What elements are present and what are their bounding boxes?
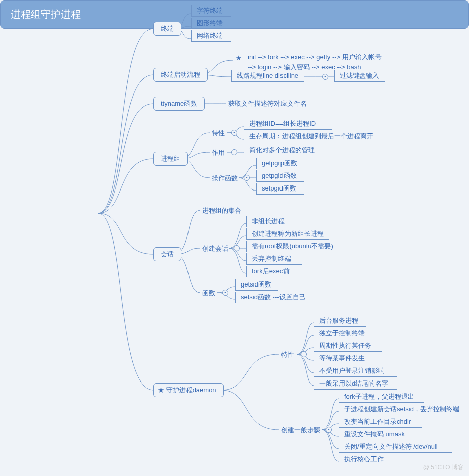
leaf-session-create-2: 需有root权限(ubuntu不需要) (246, 241, 344, 252)
watermark: @ 51CTO 博客 (423, 463, 464, 472)
node-session[interactable]: 会话 (153, 247, 181, 261)
leaf-daemon-trait-0: 后台服务进程 (314, 315, 366, 327)
leaf-pg-trait-0: 进程组ID==组长进程ID (244, 118, 332, 130)
leaf-daemon-step-3: 重设文件掩码 umask (339, 429, 417, 440)
root-node[interactable]: 进程组守护进程 (0, 0, 469, 29)
leaf-session-create-1: 创建进程称为新组长进程 (246, 228, 329, 240)
leaf-line-discipline: 线路规程line disciline (231, 70, 304, 82)
label-session-funcs: 函数 (200, 288, 217, 299)
leaf-pg-trait-1: 生存周期：进程组创建到最后一个进程离开 (244, 131, 374, 142)
toggle-icon[interactable]: - (326, 427, 332, 433)
node-terminal[interactable]: 终端 (153, 22, 181, 36)
leaf-network-terminal: 网络终端 (191, 30, 231, 42)
star-icon: ★ (236, 54, 242, 62)
leaf-daemon-step-1: 子进程创建新会话setsid，丢弃控制终端 (339, 404, 462, 415)
leaf-ttyname-desc: 获取文件描述符对应文件名 (226, 98, 309, 109)
leaf-daemon-step-4: 关闭/重定向文件描述符 /dev/null (339, 441, 452, 453)
leaf-daemon-trait-1: 独立于控制终端 (314, 328, 374, 339)
toggle-icon[interactable]: - (234, 245, 240, 251)
node-process-group[interactable]: 进程组 (153, 152, 188, 166)
leaf-pg-func-0: getpgrp函数 (256, 158, 304, 169)
leaf-session-func-0: getsid函数 (235, 279, 278, 291)
leaf-graphic-terminal: 图形终端 (191, 18, 231, 29)
label-session-create: 创建会话 (200, 243, 230, 254)
leaf-daemon-trait-5: 一般采用以d结尾的名字 (314, 378, 397, 390)
label-pg-funcs: 操作函数 (210, 173, 240, 184)
leaf-pg-func-1: getpgid函数 (256, 170, 304, 182)
daemon-label: 守护进程daemon (166, 386, 216, 394)
toggle-icon[interactable]: - (231, 149, 237, 155)
toggle-icon[interactable]: - (244, 175, 250, 181)
leaf-pg-role: 简化对多个进程的管理 (244, 145, 322, 156)
label-pg-role: 作用 (210, 147, 227, 158)
leaf-char-terminal: 字符终端 (191, 5, 231, 17)
leaf-daemon-trait-2: 周期性执行某任务 (314, 340, 382, 352)
toggle-icon[interactable]: - (222, 290, 228, 296)
leaf-daemon-trait-3: 等待某事件发生 (314, 353, 374, 364)
leaf-daemon-step-2: 改变当前工作目录chdir (339, 416, 422, 428)
toggle-icon[interactable]: - (231, 130, 237, 136)
label-daemon-trait: 特性 (279, 349, 296, 360)
leaf-session-func-1: setsid函数 ---设置自己 (235, 292, 321, 303)
leaf-pg-func-2: setpgid函数 (256, 183, 304, 195)
toggle-icon[interactable]: - (322, 74, 328, 80)
leaf-daemon-step-0: fork子进程，父进程退出 (339, 391, 424, 403)
leaf-session-create-4: fork后exec前 (246, 266, 299, 277)
toggle-icon[interactable]: - (301, 351, 307, 357)
leaf-daemon-step-5: 执行核心工作 (339, 454, 392, 465)
node-ttyname[interactable]: ttyname函数 (153, 97, 205, 111)
leaf-session-create-3: 丢弃控制终端 (246, 253, 302, 265)
star-icon: ★ (158, 386, 164, 394)
node-startup[interactable]: 终端启动流程 (153, 68, 208, 82)
label-daemon-steps: 创建一般步骤 (279, 425, 322, 436)
leaf-session-create-0: 非组长进程 (246, 216, 294, 227)
leaf-daemon-trait-4: 不受用户登录注销影响 (314, 365, 397, 377)
label-session-set: 进程组的集合 (200, 205, 243, 216)
leaf-init-flow: init --> fork --> exec --> getty --> 用户输… (243, 51, 414, 73)
node-daemon[interactable]: ★ 守护进程daemon (153, 383, 224, 397)
leaf-filter-keyboard: 过滤键盘输入 (334, 70, 385, 82)
label-pg-trait: 特性 (210, 128, 227, 139)
